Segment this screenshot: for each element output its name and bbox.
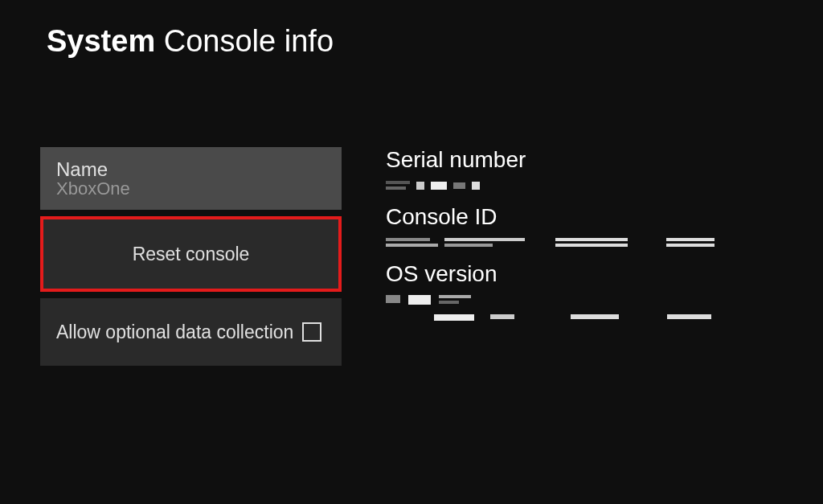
breadcrumb-system: System	[47, 24, 155, 58]
os-version-label: OS version	[386, 261, 714, 287]
page-header: System Console info	[0, 0, 823, 59]
serial-number-label: Serial number	[386, 147, 714, 173]
breadcrumb-page: Console info	[164, 24, 334, 58]
os-version-value-redacted-2	[386, 314, 714, 321]
data-collection-checkbox[interactable]	[302, 322, 321, 342]
console-name-value: XboxOne	[56, 178, 326, 199]
data-collection-toggle[interactable]: Allow optional data collection	[40, 298, 342, 366]
page-title: System Console info	[47, 24, 823, 59]
console-id-value-redacted	[386, 238, 714, 247]
os-version-section: OS version	[386, 261, 714, 326]
reset-console-button[interactable]: Reset console	[40, 216, 342, 292]
console-name-tile[interactable]: Name XboxOne	[40, 147, 342, 210]
console-name-label: Name	[56, 158, 326, 181]
console-id-label: Console ID	[386, 204, 714, 230]
serial-number-section: Serial number	[386, 147, 714, 190]
data-collection-label: Allow optional data collection	[56, 321, 293, 344]
content-area: Name XboxOne Reset console Allow optiona…	[0, 59, 823, 366]
console-id-section: Console ID	[386, 204, 714, 247]
reset-console-label: Reset console	[133, 244, 250, 265]
info-panel: Serial number Console ID OS version	[342, 147, 714, 366]
settings-list: Name XboxOne Reset console Allow optiona…	[40, 147, 342, 366]
os-version-value-redacted	[386, 295, 714, 305]
serial-number-value-redacted	[386, 181, 714, 190]
